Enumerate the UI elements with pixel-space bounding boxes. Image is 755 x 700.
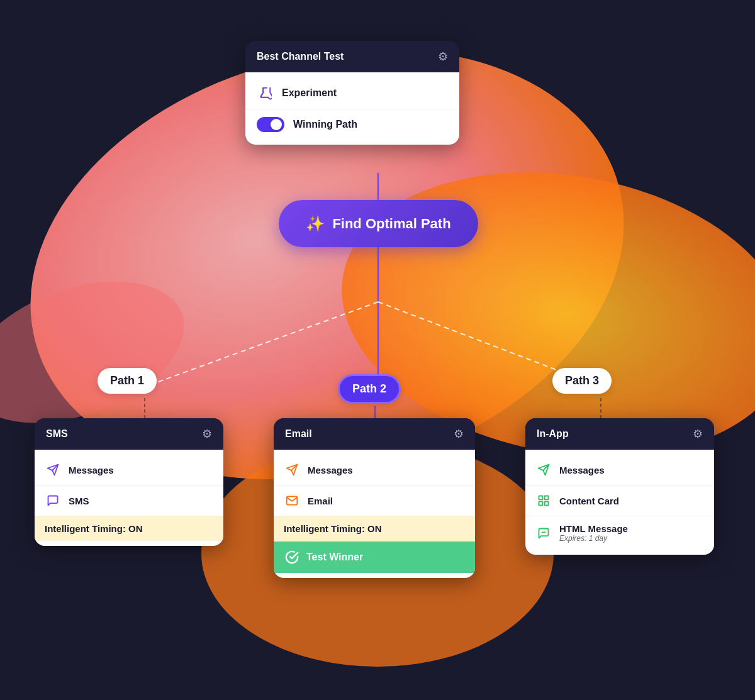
inapp-contentcard-row: Content Card <box>525 486 714 516</box>
card-body: Experiment Winning Path <box>245 72 459 145</box>
inapp-html-label: HTML Message <box>559 523 628 534</box>
inapp-expires-label: Expires: 1 day <box>559 534 628 543</box>
email-card: Email ⚙ Messages <box>274 418 475 578</box>
find-optimal-button[interactable]: ✨ Find Optimal Path <box>279 200 478 247</box>
inapp-card-header: In-App ⚙ <box>525 418 714 450</box>
card-header: Best Channel Test ⚙ <box>245 41 459 72</box>
inapp-grid-icon <box>535 492 552 509</box>
svg-rect-17 <box>539 496 543 500</box>
svg-rect-20 <box>539 502 543 506</box>
inapp-messages-label: Messages <box>559 465 605 475</box>
email-timing-row: Intelligent Timing: ON <box>274 516 475 542</box>
email-gear-icon[interactable]: ⚙ <box>454 427 464 441</box>
flask-icon <box>257 85 273 101</box>
sms-timing-label: Intelligent Timing: ON <box>45 523 143 534</box>
sms-sms-row: SMS <box>35 486 223 516</box>
sms-card-header: SMS ⚙ <box>35 418 223 450</box>
experiment-row: Experiment <box>245 77 459 109</box>
inapp-contentcard-label: Content Card <box>559 496 619 506</box>
path2-label: Path 2 <box>338 374 401 404</box>
inapp-title: In-App <box>537 428 569 440</box>
test-winner-row: Test Winner <box>274 542 475 573</box>
inapp-card: In-App ⚙ Messages <box>525 418 714 555</box>
inapp-gear-icon[interactable]: ⚙ <box>693 427 703 441</box>
email-messages-label: Messages <box>308 465 353 475</box>
sms-timing-row: Intelligent Timing: ON <box>35 516 223 541</box>
experiment-label: Experiment <box>282 87 337 99</box>
inapp-messages-row: Messages <box>525 455 714 486</box>
sms-title: SMS <box>46 428 68 440</box>
email-email-row: Email <box>274 486 475 516</box>
sms-card: SMS ⚙ Messages SMS <box>35 418 223 546</box>
sms-card-body: Messages SMS Intelligent Timing: ON <box>35 450 223 546</box>
winning-path-toggle[interactable] <box>257 117 284 132</box>
winning-path-label: Winning Path <box>293 119 357 130</box>
email-messages-row: Messages <box>274 455 475 486</box>
email-title: Email <box>285 428 312 440</box>
winning-path-row: Winning Path <box>245 109 459 140</box>
inapp-card-body: Messages Content Card <box>525 450 714 555</box>
sms-messages-row: Messages <box>35 455 223 486</box>
scene: Best Channel Test ⚙ Experiment Winning P… <box>0 0 755 700</box>
email-label: Email <box>308 496 333 506</box>
sms-label: SMS <box>69 496 89 506</box>
check-circle-icon <box>284 549 300 565</box>
test-winner-label: Test Winner <box>306 552 363 563</box>
sms-messages-label: Messages <box>69 465 114 475</box>
sms-chat-icon <box>45 492 61 509</box>
email-card-header: Email ⚙ <box>274 418 475 450</box>
path3-label: Path 3 <box>552 368 612 394</box>
gear-icon[interactable]: ⚙ <box>438 50 448 64</box>
card-title: Best Channel Test <box>257 51 344 62</box>
path1-label: Path 1 <box>98 368 157 394</box>
wand-icon: ✨ <box>306 215 325 233</box>
inapp-html-row: HTML Message Expires: 1 day <box>525 516 714 550</box>
svg-line-6 <box>145 302 378 387</box>
inapp-html-icon <box>535 525 552 542</box>
svg-rect-18 <box>545 496 549 500</box>
find-optimal-label: Find Optimal Path <box>332 216 450 232</box>
email-envelope-icon <box>284 492 300 509</box>
sms-gear-icon[interactable]: ⚙ <box>202 427 212 441</box>
best-channel-card: Best Channel Test ⚙ Experiment Winning P… <box>245 41 459 145</box>
inapp-send-icon <box>535 462 552 478</box>
email-send-icon <box>284 462 300 478</box>
sms-send-icon <box>45 462 61 478</box>
email-timing-label: Intelligent Timing: ON <box>284 523 382 534</box>
email-card-body: Messages Email Intelligent Timing: ON <box>274 450 475 578</box>
svg-rect-19 <box>545 502 549 506</box>
